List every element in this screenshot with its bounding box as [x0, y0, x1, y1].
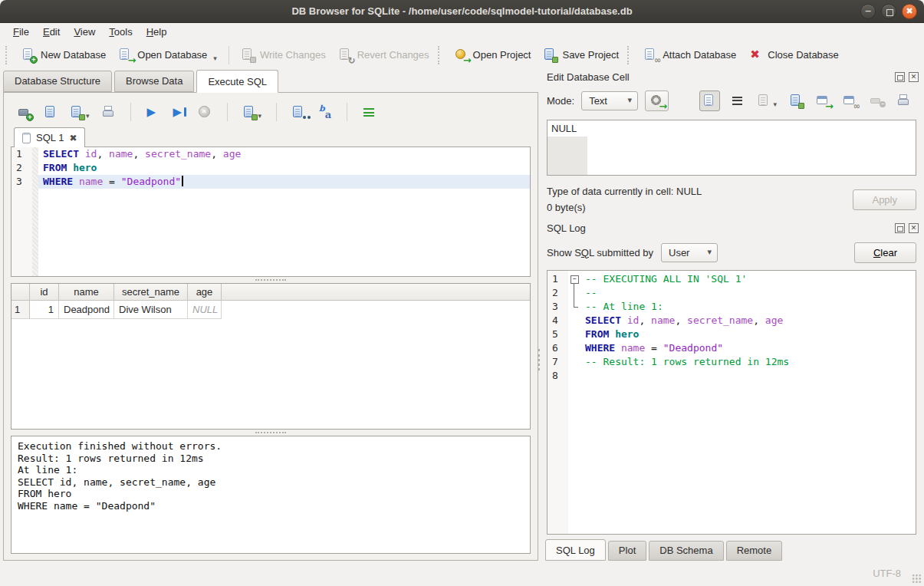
token: -- Result: 1 rows returned in 12ms — [585, 356, 789, 367]
close-panel-icon[interactable]: ✕ — [909, 223, 919, 233]
clear-button[interactable]: Clear — [854, 242, 916, 263]
encoding-label: UTF-8 — [873, 568, 901, 579]
attach-database-button[interactable]: ∞Attach Database — [637, 44, 742, 66]
toolbar-handle[interactable] — [627, 46, 633, 64]
mode-select[interactable]: Text — [581, 91, 638, 110]
close-tab-icon[interactable]: ✖ — [69, 133, 77, 143]
word-wrap-icon — [730, 94, 745, 108]
cell-editor[interactable]: NULL — [547, 120, 916, 176]
tab-db-schema[interactable]: DB Schema — [649, 541, 723, 561]
auto-mode-button[interactable]: → — [645, 91, 669, 111]
fold-margin — [32, 147, 38, 161]
new-database-button[interactable]: +New Database — [15, 44, 112, 66]
open-sql-file-button[interactable] — [41, 103, 61, 122]
close-database-button[interactable]: ✖Close Database — [742, 44, 845, 66]
results-corner — [12, 284, 30, 300]
editor-line: 3WHERE name = "Deadpond" — [12, 175, 530, 189]
tab-browse-data[interactable]: Browse Data — [114, 71, 194, 92]
float-panel-icon[interactable] — [895, 72, 905, 82]
toolbar-handle[interactable] — [438, 46, 443, 64]
export-results-button[interactable]: ▾ — [240, 103, 265, 122]
replace-button[interactable]: ba — [315, 103, 334, 122]
cell-id[interactable]: 1 — [30, 301, 59, 319]
float-panel-icon[interactable] — [895, 223, 905, 233]
close-panel-icon[interactable]: ✕ — [909, 72, 919, 82]
pane-splitter[interactable] — [538, 349, 541, 370]
open-database-button[interactable]: →Open Database▾ — [112, 44, 223, 66]
token: , — [97, 148, 109, 160]
copy-link-button[interactable]: ∞ — [840, 91, 860, 110]
splitter-handle[interactable] — [11, 277, 531, 283]
save-sql-file-button[interactable]: ▾ — [67, 103, 92, 122]
open-file-icon — [757, 94, 771, 108]
submitted-by-select[interactable]: User — [661, 243, 718, 262]
execute-current-line-button[interactable]: ▶ — [169, 103, 189, 122]
save-file-button[interactable] — [787, 91, 806, 110]
print-sql-button[interactable] — [99, 103, 118, 122]
cell-secret-name[interactable]: Dive Wilson — [114, 301, 188, 319]
sql-log-editor[interactable]: 1-- EXECUTING ALL IN 'SQL 1'2--3-- At li… — [547, 270, 916, 535]
dropdown-caret-icon[interactable]: ▾ — [213, 54, 217, 62]
text-document-button[interactable] — [699, 91, 720, 111]
resize-grip[interactable] — [912, 574, 922, 584]
maximize-button[interactable] — [881, 4, 896, 19]
right-pane: Edit Database Cell ✕ Mode: Text → ▾→∞− N… — [542, 69, 921, 561]
column-header-id[interactable]: id — [30, 284, 59, 300]
line-number: 7 — [547, 355, 568, 369]
splitter-handle[interactable] — [11, 430, 531, 436]
line-number: 3 — [547, 300, 568, 314]
column-header-name[interactable]: name — [59, 284, 114, 300]
token: , — [211, 148, 223, 160]
close-button[interactable]: ✖ — [902, 4, 917, 19]
execution-message[interactable]: Execution finished without errors.Result… — [11, 436, 531, 554]
toolbar-handle[interactable] — [5, 46, 11, 64]
tab-database-structure[interactable]: Database Structure — [3, 71, 112, 92]
column-header-age[interactable]: age — [188, 284, 222, 300]
menu-tools[interactable]: Tools — [102, 24, 139, 40]
tab-execute-sql[interactable]: Execute SQL — [196, 70, 278, 93]
minimize-button[interactable]: − — [860, 4, 876, 19]
toolbar-button-label: Save Project — [562, 49, 619, 61]
titlebar[interactable]: DB Browser for SQLite - /home/user/code/… — [0, 0, 924, 23]
editor-line: 5FROM hero — [547, 328, 916, 341]
new-sql-tab-button[interactable]: + — [15, 103, 35, 122]
menu-help[interactable]: Help — [140, 24, 174, 40]
format-sql-button[interactable] — [360, 103, 379, 122]
token — [67, 162, 73, 173]
token: name — [651, 314, 675, 326]
row-number[interactable]: 1 — [12, 301, 30, 319]
print-cell-icon — [896, 94, 911, 108]
stop-execution-icon: ✖ — [198, 105, 212, 120]
print-cell-button[interactable] — [894, 91, 913, 110]
cell-age[interactable]: NULL — [188, 301, 222, 319]
fold-marker[interactable] — [568, 272, 580, 286]
open-external-button[interactable]: → — [814, 91, 833, 110]
dropdown-caret-icon[interactable]: ▾ — [258, 112, 262, 120]
tab-plot[interactable]: Plot — [608, 541, 646, 561]
dropdown-caret-icon[interactable]: ▾ — [773, 100, 777, 108]
execute-all-button[interactable]: ▶ — [143, 103, 163, 122]
sql-tab[interactable]: SQL 1 ✖ — [14, 127, 85, 147]
sql-editor[interactable]: 1SELECT id, name, secret_name, age2FROM … — [11, 147, 531, 277]
dropdown-caret-icon[interactable]: ▾ — [86, 112, 90, 120]
open-project-button[interactable]: →Open Project — [448, 44, 538, 66]
menu-file[interactable]: File — [6, 24, 36, 40]
tab-sql-log[interactable]: SQL Log — [545, 539, 606, 561]
menu-view[interactable]: View — [67, 24, 102, 40]
main-tab-bar: Database StructureBrowse DataExecute SQL — [3, 69, 538, 92]
tab-remote[interactable]: Remote — [726, 541, 783, 561]
menu-edit[interactable]: Edit — [36, 24, 67, 40]
editor-line: 1SELECT id, name, secret_name, age — [12, 147, 530, 161]
cell-info-row: Type of data currently in cell: NULL 0 b… — [542, 177, 921, 220]
sql-tab-label: SQL 1 — [36, 132, 64, 143]
find-button[interactable] — [289, 103, 308, 122]
column-header-secret-name[interactable]: secret_name — [114, 284, 188, 300]
save-project-button[interactable]: Save Project — [537, 44, 625, 66]
cell-name[interactable]: Deadpond — [59, 301, 114, 319]
toolbar-separator — [130, 103, 131, 121]
sql-log-dock-header: SQL Log ✕ — [542, 220, 921, 236]
fold-marker[interactable] — [568, 286, 580, 300]
fold-marker[interactable] — [568, 300, 580, 314]
code-text: FROM hero — [38, 161, 530, 175]
word-wrap-button[interactable] — [728, 91, 747, 110]
